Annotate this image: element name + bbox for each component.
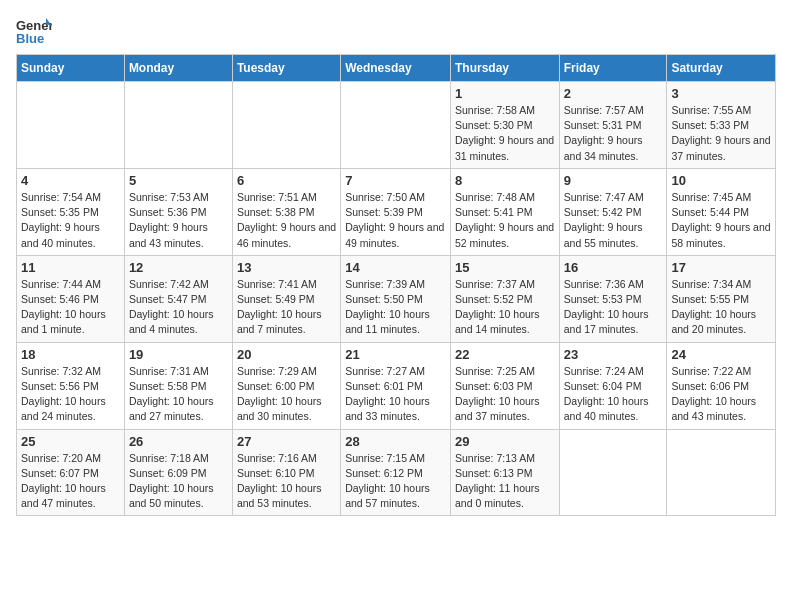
day-info: Sunrise: 7:58 AM Sunset: 5:30 PM Dayligh…	[455, 103, 555, 164]
calendar-cell: 27Sunrise: 7:16 AM Sunset: 6:10 PM Dayli…	[232, 429, 340, 516]
calendar-week-3: 11Sunrise: 7:44 AM Sunset: 5:46 PM Dayli…	[17, 255, 776, 342]
day-number: 24	[671, 347, 771, 362]
day-number: 8	[455, 173, 555, 188]
calendar-cell: 19Sunrise: 7:31 AM Sunset: 5:58 PM Dayli…	[124, 342, 232, 429]
calendar-cell: 4Sunrise: 7:54 AM Sunset: 5:35 PM Daylig…	[17, 168, 125, 255]
calendar-cell: 15Sunrise: 7:37 AM Sunset: 5:52 PM Dayli…	[450, 255, 559, 342]
day-info: Sunrise: 7:36 AM Sunset: 5:53 PM Dayligh…	[564, 277, 663, 338]
calendar-cell: 9Sunrise: 7:47 AM Sunset: 5:42 PM Daylig…	[559, 168, 667, 255]
day-number: 3	[671, 86, 771, 101]
col-header-monday: Monday	[124, 55, 232, 82]
calendar-cell	[341, 82, 451, 169]
col-header-friday: Friday	[559, 55, 667, 82]
svg-text:Blue: Blue	[16, 31, 44, 46]
day-number: 20	[237, 347, 336, 362]
day-info: Sunrise: 7:27 AM Sunset: 6:01 PM Dayligh…	[345, 364, 446, 425]
day-number: 5	[129, 173, 228, 188]
calendar-cell: 2Sunrise: 7:57 AM Sunset: 5:31 PM Daylig…	[559, 82, 667, 169]
calendar-cell: 17Sunrise: 7:34 AM Sunset: 5:55 PM Dayli…	[667, 255, 776, 342]
day-info: Sunrise: 7:34 AM Sunset: 5:55 PM Dayligh…	[671, 277, 771, 338]
day-info: Sunrise: 7:42 AM Sunset: 5:47 PM Dayligh…	[129, 277, 228, 338]
calendar-cell: 21Sunrise: 7:27 AM Sunset: 6:01 PM Dayli…	[341, 342, 451, 429]
col-header-sunday: Sunday	[17, 55, 125, 82]
day-info: Sunrise: 7:18 AM Sunset: 6:09 PM Dayligh…	[129, 451, 228, 512]
day-info: Sunrise: 7:15 AM Sunset: 6:12 PM Dayligh…	[345, 451, 446, 512]
calendar-cell	[124, 82, 232, 169]
logo: General Blue	[16, 16, 52, 46]
calendar-week-2: 4Sunrise: 7:54 AM Sunset: 5:35 PM Daylig…	[17, 168, 776, 255]
calendar-week-4: 18Sunrise: 7:32 AM Sunset: 5:56 PM Dayli…	[17, 342, 776, 429]
calendar-week-1: 1Sunrise: 7:58 AM Sunset: 5:30 PM Daylig…	[17, 82, 776, 169]
day-info: Sunrise: 7:45 AM Sunset: 5:44 PM Dayligh…	[671, 190, 771, 251]
day-info: Sunrise: 7:44 AM Sunset: 5:46 PM Dayligh…	[21, 277, 120, 338]
calendar-cell: 29Sunrise: 7:13 AM Sunset: 6:13 PM Dayli…	[450, 429, 559, 516]
day-number: 29	[455, 434, 555, 449]
calendar-cell: 28Sunrise: 7:15 AM Sunset: 6:12 PM Dayli…	[341, 429, 451, 516]
day-info: Sunrise: 7:57 AM Sunset: 5:31 PM Dayligh…	[564, 103, 663, 164]
logo-icon: General Blue	[16, 16, 52, 46]
day-number: 17	[671, 260, 771, 275]
day-number: 4	[21, 173, 120, 188]
calendar-cell	[559, 429, 667, 516]
day-number: 9	[564, 173, 663, 188]
day-info: Sunrise: 7:53 AM Sunset: 5:36 PM Dayligh…	[129, 190, 228, 251]
day-number: 12	[129, 260, 228, 275]
day-info: Sunrise: 7:29 AM Sunset: 6:00 PM Dayligh…	[237, 364, 336, 425]
calendar-cell: 13Sunrise: 7:41 AM Sunset: 5:49 PM Dayli…	[232, 255, 340, 342]
day-info: Sunrise: 7:48 AM Sunset: 5:41 PM Dayligh…	[455, 190, 555, 251]
day-info: Sunrise: 7:20 AM Sunset: 6:07 PM Dayligh…	[21, 451, 120, 512]
col-header-thursday: Thursday	[450, 55, 559, 82]
day-number: 16	[564, 260, 663, 275]
calendar-cell: 18Sunrise: 7:32 AM Sunset: 5:56 PM Dayli…	[17, 342, 125, 429]
calendar-cell: 25Sunrise: 7:20 AM Sunset: 6:07 PM Dayli…	[17, 429, 125, 516]
calendar-cell: 11Sunrise: 7:44 AM Sunset: 5:46 PM Dayli…	[17, 255, 125, 342]
calendar-cell: 6Sunrise: 7:51 AM Sunset: 5:38 PM Daylig…	[232, 168, 340, 255]
col-header-saturday: Saturday	[667, 55, 776, 82]
day-info: Sunrise: 7:24 AM Sunset: 6:04 PM Dayligh…	[564, 364, 663, 425]
calendar-cell	[667, 429, 776, 516]
calendar-cell: 1Sunrise: 7:58 AM Sunset: 5:30 PM Daylig…	[450, 82, 559, 169]
day-number: 27	[237, 434, 336, 449]
calendar-cell: 26Sunrise: 7:18 AM Sunset: 6:09 PM Dayli…	[124, 429, 232, 516]
day-number: 13	[237, 260, 336, 275]
col-header-tuesday: Tuesday	[232, 55, 340, 82]
day-number: 1	[455, 86, 555, 101]
day-number: 19	[129, 347, 228, 362]
calendar-cell: 24Sunrise: 7:22 AM Sunset: 6:06 PM Dayli…	[667, 342, 776, 429]
day-number: 22	[455, 347, 555, 362]
calendar-cell: 7Sunrise: 7:50 AM Sunset: 5:39 PM Daylig…	[341, 168, 451, 255]
day-number: 14	[345, 260, 446, 275]
calendar-cell: 23Sunrise: 7:24 AM Sunset: 6:04 PM Dayli…	[559, 342, 667, 429]
calendar-table: SundayMondayTuesdayWednesdayThursdayFrid…	[16, 54, 776, 516]
day-number: 25	[21, 434, 120, 449]
day-info: Sunrise: 7:22 AM Sunset: 6:06 PM Dayligh…	[671, 364, 771, 425]
calendar-cell: 12Sunrise: 7:42 AM Sunset: 5:47 PM Dayli…	[124, 255, 232, 342]
day-info: Sunrise: 7:51 AM Sunset: 5:38 PM Dayligh…	[237, 190, 336, 251]
calendar-cell: 8Sunrise: 7:48 AM Sunset: 5:41 PM Daylig…	[450, 168, 559, 255]
day-info: Sunrise: 7:32 AM Sunset: 5:56 PM Dayligh…	[21, 364, 120, 425]
day-info: Sunrise: 7:55 AM Sunset: 5:33 PM Dayligh…	[671, 103, 771, 164]
col-header-wednesday: Wednesday	[341, 55, 451, 82]
header-row: SundayMondayTuesdayWednesdayThursdayFrid…	[17, 55, 776, 82]
calendar-cell: 16Sunrise: 7:36 AM Sunset: 5:53 PM Dayli…	[559, 255, 667, 342]
day-number: 6	[237, 173, 336, 188]
day-number: 26	[129, 434, 228, 449]
day-info: Sunrise: 7:16 AM Sunset: 6:10 PM Dayligh…	[237, 451, 336, 512]
day-info: Sunrise: 7:47 AM Sunset: 5:42 PM Dayligh…	[564, 190, 663, 251]
calendar-cell	[17, 82, 125, 169]
calendar-cell: 14Sunrise: 7:39 AM Sunset: 5:50 PM Dayli…	[341, 255, 451, 342]
day-number: 15	[455, 260, 555, 275]
day-number: 21	[345, 347, 446, 362]
day-number: 23	[564, 347, 663, 362]
day-info: Sunrise: 7:54 AM Sunset: 5:35 PM Dayligh…	[21, 190, 120, 251]
day-info: Sunrise: 7:25 AM Sunset: 6:03 PM Dayligh…	[455, 364, 555, 425]
calendar-cell	[232, 82, 340, 169]
day-number: 10	[671, 173, 771, 188]
day-info: Sunrise: 7:37 AM Sunset: 5:52 PM Dayligh…	[455, 277, 555, 338]
day-info: Sunrise: 7:50 AM Sunset: 5:39 PM Dayligh…	[345, 190, 446, 251]
calendar-cell: 5Sunrise: 7:53 AM Sunset: 5:36 PM Daylig…	[124, 168, 232, 255]
day-number: 7	[345, 173, 446, 188]
calendar-cell: 3Sunrise: 7:55 AM Sunset: 5:33 PM Daylig…	[667, 82, 776, 169]
day-number: 11	[21, 260, 120, 275]
calendar-cell: 20Sunrise: 7:29 AM Sunset: 6:00 PM Dayli…	[232, 342, 340, 429]
